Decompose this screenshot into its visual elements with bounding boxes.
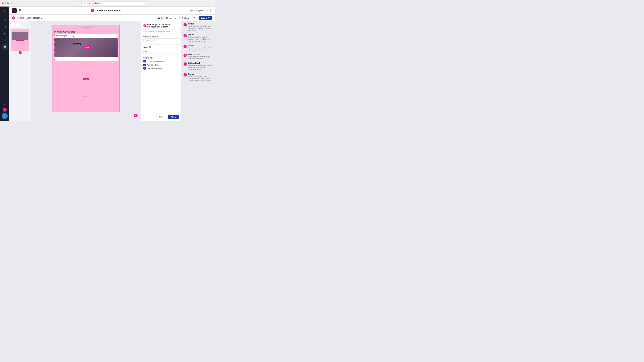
group-by-label: Group By (144, 46, 179, 48)
annotation-num-4: 4 (184, 54, 187, 57)
chart-area[interactable]: Performance to Budget ‹ 79% of Budget 80… (54, 34, 118, 61)
checkbox-time-box[interactable] (144, 64, 146, 66)
minimize-button[interactable] (4, 2, 6, 4)
report-page: clir Portfolio Report June 20212021/01/0… (52, 25, 120, 112)
snapshot-icon: 📷 (158, 17, 160, 19)
apply-button[interactable]: Apply (168, 115, 179, 119)
company-name: Incredible Investments (96, 9, 121, 12)
comment-position-select[interactable]: Above Chart Below Chart Left Right (144, 38, 179, 43)
annotation-desc-4: Page navigation and settings go under th… (188, 56, 212, 60)
windfarm-name: Incredible Windfarm (81, 26, 92, 28)
checkbox-contractual-label: Contractual Availability (147, 60, 164, 62)
annotation-text-6: Canvas Defined the zoom and scroll behav… (188, 73, 212, 82)
sidebar-item-eye[interactable]: ◉ (2, 30, 8, 36)
lock-icon: 🔒 (80, 2, 82, 4)
app-container: ⊞ ◑ ◉ ⬡ ▦ ↓ ⚙ 1 ✦ clir (0, 6, 215, 121)
toolbar: 3 Reports › Untitled Report 2 📷 Report S… (10, 14, 215, 21)
nav-controls: ‹ › (10, 1, 16, 5)
user-email: janesmith@iwf.com (190, 9, 208, 12)
annotation-title-5: Settings Panel (188, 62, 212, 64)
annotation-desc-1: Handy sidebar on the left for easy navig… (188, 25, 212, 31)
top-bar-left: clir (12, 8, 22, 13)
settings-button[interactable]: ⚙ (192, 15, 197, 20)
comment-position-label: Comment Position (144, 35, 179, 37)
back-button[interactable]: ‹ (10, 1, 12, 5)
close-button[interactable] (2, 2, 4, 4)
settings-badge-5: 5 (144, 24, 146, 27)
sidebar-item-settings[interactable]: ⚙ (2, 101, 8, 107)
sidebar-item-shield[interactable]: ⬡ (2, 37, 8, 43)
page-thumb-inner (12, 29, 29, 51)
annotation-num-2: 2 (184, 34, 187, 37)
sidebar-item-grid[interactable]: ⊞ (2, 17, 8, 23)
report-snapshots-button[interactable]: 📷 Report Snapshots (156, 16, 178, 20)
checkbox-availability-time: Availability (Time) (144, 64, 179, 66)
sidebar: ⊞ ◑ ◉ ⬡ ▦ ↓ ⚙ 1 ✦ (0, 6, 10, 121)
clir-logo-icon (12, 8, 17, 13)
chart-legend: ‹ 79% of Budget 80-99% of Budget ‹ 100% … (54, 36, 118, 38)
share-button[interactable]: ⬆ Share (180, 16, 191, 20)
annotation-desc-3: Holds the breadcrumb along with other pa… (188, 47, 212, 51)
annotation-panel: 1 Navbar Handy sidebar on the left for e… (181, 21, 215, 121)
settings-subtitle: Page-Specific Turbine(s) and Dates (141, 29, 181, 34)
page-center-area: Page (54, 62, 118, 95)
edit-icon: ✏ (208, 17, 210, 19)
report-title: Portfolio Overview 2022 (54, 31, 118, 33)
page-badge-4: 4 (19, 51, 22, 54)
window-controls (2, 2, 9, 4)
sidebar-theme-toggle[interactable]: ✦ (2, 113, 8, 119)
page-list-chevron-button[interactable]: ▾ (16, 23, 20, 27)
url-bar[interactable]: 🔒 clir.com/report-builder (78, 1, 146, 5)
breadcrumb-separator: › (25, 17, 26, 19)
company-badge-num: 2 (91, 9, 94, 12)
settings-footer: Reset Apply (141, 113, 181, 121)
breadcrumb-reports-link[interactable]: Reports (17, 17, 24, 19)
report-header-left: clir Portfolio Report June 20212021/01/0… (54, 26, 66, 29)
breadcrumb-current: Untitled Report 2 (27, 17, 42, 19)
annotation-title-3: Toolbar (188, 45, 212, 46)
annotation-1: 1 Navbar Handy sidebar on the left for e… (184, 23, 212, 31)
group-by-section: Group By Month Week Day Year (141, 44, 181, 55)
page-list-items: 1 4 (11, 29, 29, 51)
forward-button[interactable]: › (14, 1, 16, 5)
checkbox-contractual: Contractual Availability (144, 60, 179, 62)
page-label-container: Page (83, 77, 89, 81)
canvas[interactable]: clir Portfolio Report June 20212021/01/0… (31, 21, 141, 121)
report-header: clir Portfolio Report June 20212021/01/0… (54, 26, 118, 29)
page-thumbnail[interactable] (11, 29, 29, 51)
checkbox-energy-box[interactable] (144, 67, 146, 69)
settings-panel-title: 5 Edit Widget: Cumulative Production vs … (141, 21, 181, 29)
report-date-range: Portfolio Report June 20212021/01/01 – 2… (54, 27, 66, 29)
new-tab-icon[interactable]: + (211, 2, 213, 4)
sidebar-badge: 1 (3, 108, 7, 112)
sidebar-item-chart[interactable]: ◑ (2, 24, 8, 30)
checkbox-contractual-box[interactable] (144, 60, 146, 62)
annotation-title-6: Canvas (188, 73, 212, 75)
url-text: clir.com/report-builder (83, 2, 101, 4)
maximize-button[interactable] (7, 2, 9, 4)
group-by-select[interactable]: Month Week Day Year (144, 49, 179, 53)
add-page-button[interactable]: + (11, 23, 15, 27)
more-options-icon[interactable]: ⋮ (209, 9, 212, 12)
sidebar-item-download[interactable]: ↓ (2, 50, 8, 56)
map-dot (92, 46, 93, 47)
share-icon: ⬆ (182, 17, 183, 19)
reset-button[interactable]: Reset (156, 115, 167, 119)
annotation-desc-5: Reserved this area for the control of wi… (188, 64, 212, 71)
share-icon[interactable]: ⬆ (208, 2, 210, 4)
clir-logo-text: clir (18, 9, 22, 12)
annotation-desc-2: Shows branding for Clir and company port… (188, 36, 212, 42)
annotation-text-1: Navbar Handy sidebar on the left for eas… (188, 23, 212, 31)
toolbar-right: 📷 Report Snapshots ⬆ Share ⚙ Editing ✏ (156, 15, 212, 20)
group-by-select-wrapper: Month Week Day Year (144, 49, 179, 53)
annotation-text-4: Page Controls Page navigation and settin… (188, 53, 212, 60)
data-section: Data to Include Contractual Availability… (141, 55, 181, 113)
page-list: + ▾ 1 (10, 21, 31, 121)
annotation-2: 2 Top Bar Shows branding for Clir and co… (184, 34, 212, 42)
sidebar-item-reports[interactable]: ▦ (2, 44, 8, 50)
page-label: Page (83, 78, 89, 80)
map-dot (98, 43, 100, 44)
editing-button[interactable]: Editing ✏ (198, 16, 212, 20)
clir-brand-icon: ✦ (80, 26, 81, 28)
comment-position-select-wrapper: Above Chart Below Chart Left Right (144, 38, 179, 43)
